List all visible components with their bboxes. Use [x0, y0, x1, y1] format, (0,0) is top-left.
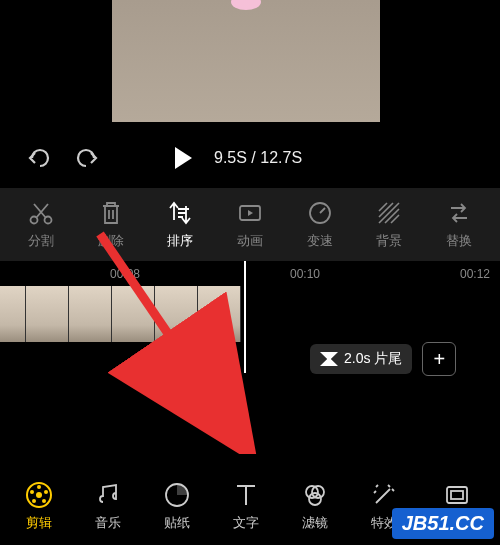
filter-icon — [300, 480, 330, 510]
clip-thumbnail[interactable] — [155, 286, 198, 342]
text-tab[interactable]: 文字 — [231, 480, 261, 532]
sticker-tab[interactable]: 贴纸 — [162, 480, 192, 532]
tail-label: 2.0s 片尾 — [344, 350, 402, 368]
toolbar-label: 替换 — [446, 232, 472, 250]
speed-button[interactable]: 变速 — [307, 200, 333, 250]
toolbar-label: 删除 — [98, 232, 124, 250]
play-button[interactable] — [172, 146, 194, 170]
watermark: JB51.CC — [392, 508, 494, 539]
bowtie-icon — [320, 352, 338, 366]
svg-point-9 — [42, 499, 46, 503]
nav-label: 文字 — [233, 514, 259, 532]
replace-icon — [446, 200, 472, 226]
split-button[interactable]: 分割 — [28, 200, 54, 250]
time-ruler: 6 00:08 00:10 00:12 — [0, 261, 500, 286]
scissors-icon — [28, 200, 54, 226]
text-icon — [231, 480, 261, 510]
svg-rect-17 — [451, 491, 463, 499]
clip-thumbnail[interactable] — [198, 286, 241, 342]
ruler-tick: 00:08 — [110, 267, 140, 281]
playback-bar: 9.5S / 12.7S — [0, 135, 500, 180]
tail-clip-button[interactable]: 2.0s 片尾 — [310, 344, 412, 374]
time-display: 9.5S / 12.7S — [214, 149, 302, 167]
svg-point-11 — [30, 490, 34, 494]
nav-label: 滤镜 — [302, 514, 328, 532]
sort-button[interactable]: 排序 — [167, 200, 193, 250]
edit-toolbar: 分割 删除 排序 动画 变速 背景 替换 — [0, 188, 500, 261]
toolbar-label: 变速 — [307, 232, 333, 250]
ruler-tick: 00:12 — [460, 267, 490, 281]
background-button[interactable]: 背景 — [376, 200, 402, 250]
animation-icon — [237, 200, 263, 226]
clip-thumbnail[interactable] — [69, 286, 112, 342]
redo-button[interactable] — [74, 147, 100, 169]
toolbar-label: 背景 — [376, 232, 402, 250]
music-icon — [93, 480, 123, 510]
toolbar-label: 排序 — [167, 232, 193, 250]
nav-label: 贴纸 — [164, 514, 190, 532]
svg-point-6 — [36, 492, 42, 498]
clip-thumbnail[interactable] — [0, 286, 26, 342]
video-preview[interactable] — [112, 0, 380, 122]
toolbar-label: 动画 — [237, 232, 263, 250]
svg-point-10 — [32, 499, 36, 503]
ruler-tick: 00:10 — [290, 267, 320, 281]
trash-icon — [98, 200, 124, 226]
svg-point-15 — [309, 493, 321, 505]
add-clip-button[interactable]: + — [422, 342, 456, 376]
undo-button[interactable] — [26, 147, 52, 169]
clip-thumbnail[interactable] — [112, 286, 155, 342]
filter-tab[interactable]: 滤镜 — [300, 480, 330, 532]
background-icon — [376, 200, 402, 226]
toolbar-label: 分割 — [28, 232, 54, 250]
sticker-icon — [162, 480, 192, 510]
clip-thumbnail[interactable] — [26, 286, 69, 342]
nav-label: 音乐 — [95, 514, 121, 532]
plus-icon: + — [434, 348, 446, 371]
tail-section: 2.0s 片尾 + — [310, 342, 456, 376]
delete-button[interactable]: 删除 — [98, 200, 124, 250]
nav-label: 剪辑 — [26, 514, 52, 532]
svg-rect-16 — [447, 487, 467, 503]
film-icon — [24, 480, 54, 510]
sort-icon — [167, 200, 193, 226]
clip-track[interactable] — [0, 286, 500, 342]
svg-point-8 — [44, 490, 48, 494]
playhead[interactable] — [244, 261, 246, 373]
replace-button[interactable]: 替换 — [446, 200, 472, 250]
svg-point-7 — [37, 485, 41, 489]
music-tab[interactable]: 音乐 — [93, 480, 123, 532]
timeline[interactable]: 6 00:08 00:10 00:12 — [0, 261, 500, 342]
edit-tab[interactable]: 剪辑 — [24, 480, 54, 532]
magic-icon — [369, 480, 399, 510]
speed-icon — [307, 200, 333, 226]
pip-icon — [442, 480, 472, 510]
animation-button[interactable]: 动画 — [237, 200, 263, 250]
